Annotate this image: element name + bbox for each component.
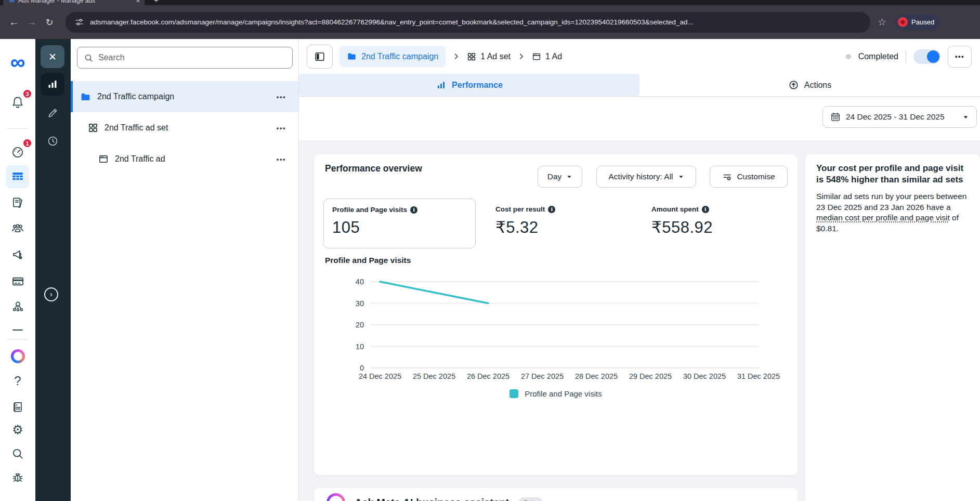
expand-panel-button[interactable]: ›: [44, 287, 58, 301]
collapse-panel-button[interactable]: [307, 45, 333, 69]
report-bug-button[interactable]: [6, 466, 29, 489]
bookmark-star-icon[interactable]: ☆: [878, 16, 886, 28]
metric-profile-visits[interactable]: Profile and Page visits i 105: [323, 199, 476, 248]
updates-button[interactable]: [6, 395, 29, 418]
browser-tab[interactable]: ∞ Ads Manager - Manage ads ✕: [3, 0, 145, 5]
info-icon[interactable]: i: [548, 206, 555, 213]
close-insights-button[interactable]: ✕: [41, 45, 64, 68]
breadcrumb-campaign-label: 2nd Traffic campaign: [361, 52, 438, 61]
campaign-row-menu[interactable]: •••: [277, 93, 286, 101]
history-button[interactable]: [41, 130, 64, 151]
insights-header: 2nd Traffic campaign 1 Ad set: [299, 39, 980, 140]
tab-actions[interactable]: Actions: [639, 74, 980, 96]
search-tool-button[interactable]: [6, 442, 29, 465]
url-bar[interactable]: adsmanager.facebook.com/adsmanager/manag…: [66, 12, 870, 33]
help-button[interactable]: ?: [6, 370, 29, 392]
svg-text:25 Dec 2025: 25 Dec 2025: [413, 372, 455, 380]
insights-main: 2nd Traffic campaign 1 Ad set: [299, 39, 980, 501]
campaigns-table-icon: [11, 170, 24, 183]
tree-search-box[interactable]: [77, 47, 293, 69]
adset-name: 2nd Traffic ad set: [104, 123, 168, 133]
interval-dropdown[interactable]: Day: [538, 166, 582, 188]
meta-home-button[interactable]: ∞: [6, 50, 29, 73]
metric-cost-per-result[interactable]: Cost per result i ₹5.32: [495, 199, 555, 244]
events-manager-button[interactable]: [6, 295, 29, 318]
browser-toolbar: ← → ↻ adsmanager.facebook.com/adsmanager…: [0, 5, 980, 39]
metric-amount-spent[interactable]: Amount spent i ₹558.92: [651, 199, 713, 244]
campaign-active-toggle[interactable]: [913, 49, 940, 64]
magnifier-icon: [11, 447, 24, 460]
ads-promote-button[interactable]: [6, 243, 29, 266]
tree-row-ad[interactable]: 2nd Traffic ad •••: [71, 143, 298, 175]
chevron-separator-icon: [452, 52, 460, 60]
settings-button[interactable]: ⚙: [6, 418, 29, 441]
reports-button[interactable]: [6, 191, 29, 214]
breadcrumb-adset[interactable]: 1 Ad set: [467, 52, 511, 61]
tree-row-adset[interactable]: 2nd Traffic ad set •••: [71, 112, 298, 143]
audiences-button[interactable]: [6, 217, 29, 240]
caret-down-icon: [678, 174, 684, 180]
tab-performance[interactable]: Performance: [299, 74, 639, 96]
meta-ai-ring-icon: [11, 349, 25, 363]
info-icon[interactable]: i: [410, 206, 417, 214]
rail-divider: [7, 128, 28, 129]
ad-row-menu[interactable]: •••: [277, 155, 286, 163]
edit-button[interactable]: [41, 102, 64, 123]
account-quality-button[interactable]: 1: [6, 140, 29, 163]
reload-icon[interactable]: ↻: [41, 17, 58, 28]
performance-bars-icon: [436, 80, 447, 90]
breadcrumb-campaign[interactable]: 2nd Traffic campaign: [339, 46, 446, 67]
tab-favicon-icon: ∞: [9, 0, 15, 4]
search-input[interactable]: [98, 53, 286, 62]
back-icon[interactable]: ←: [5, 16, 23, 28]
folder-icon: [80, 91, 91, 102]
info-icon[interactable]: i: [702, 206, 709, 213]
account-quality-badge: 1: [22, 138, 32, 148]
forward-icon[interactable]: →: [23, 16, 41, 28]
site-info-icon[interactable]: [75, 18, 84, 27]
notifications-button[interactable]: 3: [6, 91, 29, 114]
more-options-button[interactable]: •••: [948, 46, 972, 68]
chart-legend: Profile and Page visits: [314, 389, 798, 398]
billing-button[interactable]: [6, 270, 29, 293]
extension-paused-badge[interactable]: Paused: [895, 15, 940, 30]
svg-text:30 Dec 2025: 30 Dec 2025: [683, 372, 726, 380]
date-row: 24 Dec 2025 - 31 Dec 2025: [299, 97, 980, 140]
insight-tabs: Performance Actions: [299, 74, 980, 97]
insight-benchmark-link[interactable]: median cost per profile and page visit: [816, 213, 950, 222]
tab-close-icon[interactable]: ✕: [136, 0, 140, 4]
megaphone-icon: [11, 247, 25, 261]
new-tab-button[interactable]: +: [154, 0, 159, 4]
caret-down-icon: [962, 114, 969, 121]
campaign-tree-panel: 2nd Traffic campaign ••• 2nd Traffic ad …: [71, 39, 299, 501]
svg-text:26 Dec 2025: 26 Dec 2025: [467, 372, 509, 380]
date-range-button[interactable]: 24 Dec 2025 - 31 Dec 2025: [822, 106, 977, 128]
activity-history-dropdown[interactable]: Activity history: All: [596, 166, 696, 188]
customise-button[interactable]: Customise: [710, 166, 788, 188]
adset-row-menu[interactable]: •••: [277, 124, 286, 132]
campaigns-button[interactable]: [6, 165, 29, 188]
interval-label: Day: [547, 172, 562, 181]
gear-icon: ⚙: [12, 424, 23, 436]
svg-text:31 Dec 2025: 31 Dec 2025: [737, 372, 780, 380]
credit-card-icon: [11, 274, 25, 288]
tree-row-campaign[interactable]: 2nd Traffic campaign •••: [71, 81, 298, 112]
chevron-separator-icon: [517, 52, 525, 60]
more-tools-button[interactable]: [6, 319, 29, 341]
charts-view-button[interactable]: [41, 73, 64, 96]
vertical-divider: [906, 50, 906, 63]
meta-ai-assistant-card[interactable]: Ask Meta AI business assistant Beta: [314, 488, 798, 501]
pages-icon: [11, 196, 24, 209]
performance-overview-card: Performance overview Day Activity histor…: [314, 154, 798, 476]
legend-label: Profile and Page visits: [525, 389, 602, 398]
breadcrumb-ad[interactable]: 1 Ad: [532, 52, 562, 61]
tab-performance-label: Performance: [452, 81, 503, 90]
meta-ai-button[interactable]: [6, 345, 29, 367]
performance-line-chart: 01020304024 Dec 202525 Dec 202526 Dec 20…: [330, 271, 787, 383]
metric-cost-per-result-label: Cost per result: [495, 205, 545, 213]
legend-swatch: [509, 389, 518, 398]
bar-chart-icon: [46, 78, 59, 90]
beta-badge: Beta: [518, 497, 543, 501]
share-nodes-icon: [11, 299, 25, 313]
bell-icon: [11, 96, 24, 109]
